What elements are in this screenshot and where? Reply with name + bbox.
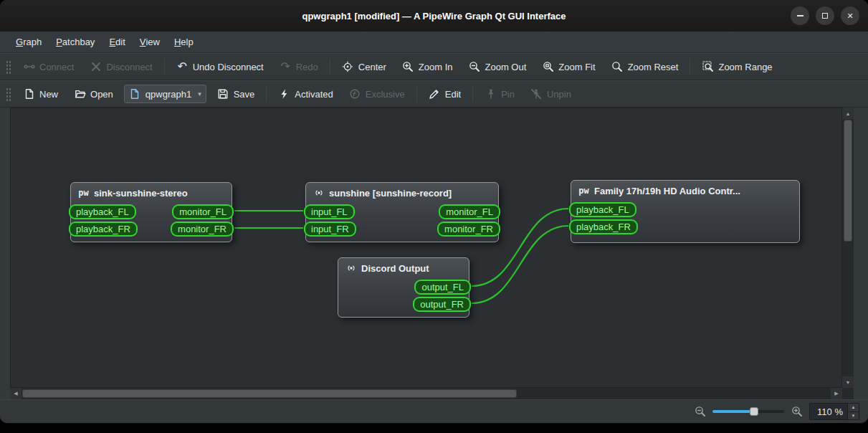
edit-label: Edit [445,89,461,100]
zoom-reset-button[interactable]: Zoom Reset [605,57,685,77]
pin-label: Pin [501,89,515,100]
port-monitor_FL[interactable]: monitor_FL [172,204,234,219]
zoom-out-button[interactable]: Zoom Out [462,57,533,77]
redo-label: Redo [296,62,318,72]
zoom-controls: 110 % ▲ ▼ [694,403,859,420]
save-button[interactable]: Save [211,85,262,104]
disconnect-icon [90,61,102,73]
patchbay-selector-value: qpwgraph1 [146,89,191,100]
audio-icon [313,187,325,199]
new-label: New [39,89,58,100]
undo-disconnect-button[interactable]: ↶Undo Disconnect [170,57,270,77]
new-file-icon [23,88,35,100]
new-button[interactable]: New [16,85,65,104]
toolbar-separator [690,59,690,75]
toolbar-grip[interactable] [6,60,11,74]
node-sink-sunshine-stereo[interactable]: pwsink-sunshine-stereoplayback_FLplaybac… [70,182,232,242]
port-monitor_FR[interactable]: monitor_FR [171,222,234,237]
menu-view[interactable]: View [133,32,167,52]
zoom-in-icon [402,61,414,73]
vertical-scroll-handle[interactable] [844,120,852,242]
minimize-button[interactable] [791,6,809,25]
zoom-fit-button[interactable]: Zoom Fit [535,57,601,77]
zoom-in-label: Zoom In [419,62,453,72]
toolbar-separator [266,86,267,102]
zoom-increment-button[interactable]: ▲ [848,404,859,412]
zoom-range-label: Zoom Range [718,62,772,72]
port-playback_FL[interactable]: playback_FL [569,202,636,217]
edit-button[interactable]: Edit [422,85,467,104]
node-title: pwsink-sunshine-stereo [71,183,232,203]
exclusive-icon [349,88,361,100]
statusbar: 110 % ▲ ▼ [0,399,868,423]
center-button[interactable]: Center [335,57,393,77]
node-title-text: Discord Output [361,263,429,274]
activated-label: Activated [295,89,333,100]
zoom-slider[interactable] [712,406,784,417]
port-playback_FR[interactable]: playback_FR [69,222,138,237]
titlebar: qpwgraph1 [modified] — A PipeWire Graph … [0,0,868,32]
toolbar-separator [472,86,473,102]
scroll-left-button[interactable]: ◀ [10,388,22,399]
vertical-scroll-track[interactable] [842,119,854,376]
central-area: pwsink-sunshine-stereoplayback_FLplaybac… [0,108,868,399]
port-monitor_FR[interactable]: monitor_FR [437,222,500,237]
zoom-out-icon [469,61,481,73]
center-label: Center [358,62,386,72]
connection-lines [11,108,842,388]
zoom-in-button[interactable]: Zoom In [396,57,459,77]
connect-icon [23,61,35,73]
vertical-scrollbar[interactable]: ▲ ▼ [842,108,854,388]
pw-icon: pw [77,187,90,199]
unpin-button[interactable]: Unpin [524,85,578,104]
horizontal-scroll-handle[interactable] [22,389,517,398]
port-monitor_FL[interactable]: monitor_FL [439,204,500,219]
horizontal-scroll-track[interactable] [22,388,831,399]
redo-icon: ↷ [280,61,292,73]
pin-button[interactable]: Pin [478,85,521,104]
node-discord-output[interactable]: Discord Outputoutput_FLoutput_FR [338,257,469,318]
menu-help[interactable]: Help [167,32,201,52]
scroll-up-button[interactable]: ▲ [842,108,854,119]
port-output_FL[interactable]: output_FL [414,280,471,295]
app-window: qpwgraph1 [modified] — A PipeWire Graph … [0,0,868,423]
canvas[interactable]: pwsink-sunshine-stereoplayback_FLplaybac… [10,108,842,388]
save-icon [217,88,229,100]
port-playback_FR[interactable]: playback_FR [569,219,638,234]
menu-graph[interactable]: Graph [9,32,49,52]
toolbar-separator [164,59,165,75]
close-button[interactable]: ✕ [841,6,859,25]
menu-patchbay[interactable]: Patchbay [49,32,102,52]
port-input_FL[interactable]: input_FL [304,204,355,219]
toolbar-grip[interactable] [6,87,11,101]
center-icon [342,61,354,73]
patchbay-selector[interactable]: qpwgraph1▾ [124,85,206,103]
graph-toolbar: ConnectDisconnect↶Undo Disconnect↷RedoCe… [0,53,868,80]
zoom-spinbox[interactable]: 110 % ▲ ▼ [809,403,859,420]
node-title-text: Family 17h/19h HD Audio Contr... [594,186,740,196]
zoom-range-button[interactable]: Zoom Range [695,57,778,77]
undo-icon: ↶ [176,61,189,73]
node-title: Discord Output [338,258,469,278]
scroll-right-button[interactable]: ▶ [831,388,842,399]
zoom-decrement-button[interactable]: ▼ [848,412,859,420]
pencil-icon [429,88,441,100]
exclusive-button[interactable]: Exclusive [343,85,411,104]
node-family-17h-19h-hd-audio-contr[interactable]: pwFamily 17h/19h HD Audio Contr...playba… [571,180,800,243]
horizontal-scrollbar[interactable]: ◀ ▶ [10,388,842,399]
zoom-in-icon [791,406,803,418]
port-playback_FL[interactable]: playback_FL [69,204,136,219]
zoom-slider-handle[interactable] [750,407,758,416]
menu-edit[interactable]: Edit [102,32,132,52]
open-button[interactable]: Open [67,85,120,104]
zoom-fit-icon [542,61,554,73]
activated-button[interactable]: Activated [272,85,339,104]
connect-button[interactable]: Connect [16,57,80,77]
redo-button[interactable]: ↷Redo [273,57,325,77]
disconnect-button[interactable]: Disconnect [83,57,158,77]
scroll-down-button[interactable]: ▼ [842,376,854,388]
node-sunshine-sunshine-record[interactable]: sunshine [sunshine-record]input_FLinput_… [305,182,499,242]
port-output_FR[interactable]: output_FR [413,297,471,312]
port-input_FR[interactable]: input_FR [304,222,356,237]
maximize-button[interactable] [816,6,834,25]
